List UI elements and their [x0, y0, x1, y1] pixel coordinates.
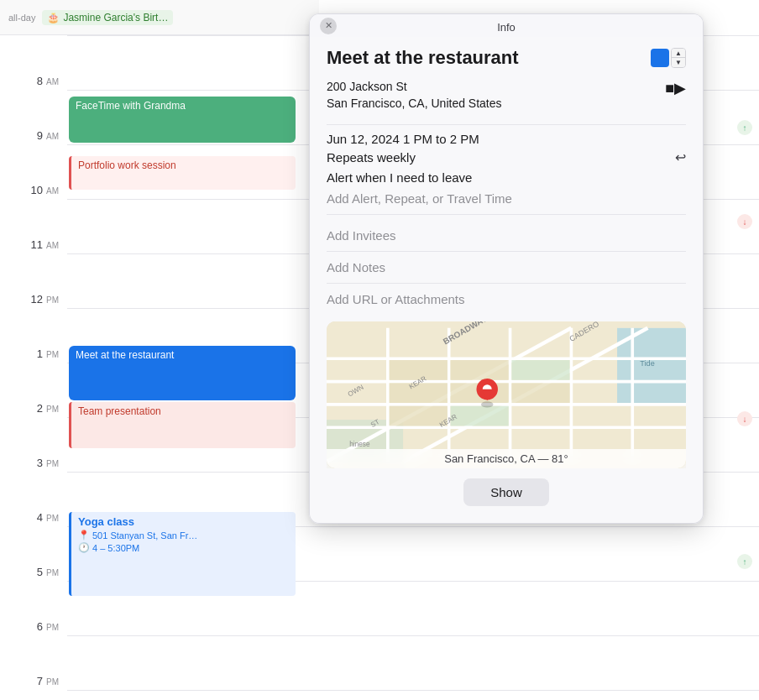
time-label-4pm: 4 PM [0, 512, 67, 523]
hour-line-7pm [67, 690, 759, 691]
clock-icon: 🕐 [78, 542, 90, 553]
stepper-down-button[interactable]: ▼ [672, 58, 685, 67]
map-label-bar: San Francisco, CA — 81° [327, 449, 686, 468]
close-icon: ✕ [325, 20, 332, 31]
color-stepper[interactable]: ▲ ▼ [671, 48, 686, 68]
scroll-indicator-3: ↓ [737, 411, 752, 426]
scroll-indicator-1: ↑ [737, 120, 752, 135]
event-yoga-time: 🕐 4 – 5:30PM [78, 542, 289, 553]
time-label-3pm: 3 PM [0, 457, 67, 468]
svg-text:Tide: Tide [640, 359, 654, 368]
event-portfolio-title: Portfolio work session [78, 159, 176, 171]
event-yoga-location: 📍 501 Stanyan St, San Fr… [78, 530, 289, 541]
svg-point-29 [481, 401, 494, 407]
map-container[interactable]: BROADWAY CADERO OWN ST KEAR KEAR Tide hi… [327, 321, 686, 468]
alert-row: Alert when I need to leave [327, 170, 686, 185]
color-swatch[interactable] [651, 49, 669, 67]
popup-event-title: Meet at the restaurant [327, 47, 519, 69]
map-location-label: San Francisco, CA — 81° [444, 452, 568, 465]
video-camera-icon: ■▶ [665, 79, 686, 97]
svg-rect-15 [451, 360, 509, 380]
popup-header: ✕ Info [310, 14, 703, 37]
svg-rect-16 [511, 360, 569, 380]
color-picker[interactable]: ▲ ▼ [651, 48, 686, 68]
time-label-5pm: 5 PM [0, 567, 67, 577]
time-label-12pm: 12 PM [0, 294, 67, 305]
location-line1: 200 Jackson St [327, 79, 502, 96]
popup-body: Meet at the restaurant ▲ ▼ 200 Jackson S… [310, 37, 703, 523]
add-notes-row[interactable]: Add Notes [327, 251, 686, 283]
event-yoga-title: Yoga class [78, 515, 289, 528]
event-team[interactable]: Team presentation [69, 402, 296, 448]
location-icon: 📍 [78, 530, 90, 541]
svg-rect-14 [390, 360, 448, 380]
allday-row: all-day 🎂 Jasmine Garcia's Birt… [0, 0, 319, 35]
location-row: 200 Jackson St San Francisco, CA, United… [327, 79, 686, 112]
time-label-2pm: 2 PM [0, 403, 67, 414]
event-restaurant-title: Meet at the restaurant [76, 349, 174, 361]
close-button[interactable]: ✕ [320, 18, 337, 34]
location-line2: San Francisco, CA, United States [327, 96, 502, 112]
time-label-10am: 10 AM [0, 185, 67, 196]
event-yoga[interactable]: Yoga class 📍 501 Stanyan St, San Fr… 🕐 4… [69, 512, 296, 596]
svg-text:hinese: hinese [349, 441, 370, 448]
repeat-row: Repeats weekly ↩ [327, 149, 686, 165]
info-popup: ✕ Info Meet at the restaurant ▲ ▼ 200 Ja… [309, 13, 704, 524]
event-team-title: Team presentation [78, 405, 161, 417]
scroll-indicator-2: ↓ [737, 214, 752, 229]
add-invitees-row[interactable]: Add Invitees [327, 220, 686, 251]
hour-line-6pm [67, 635, 759, 636]
time-label-7pm: 7 PM [0, 676, 67, 687]
map-svg: BROADWAY CADERO OWN ST KEAR KEAR Tide hi… [327, 321, 686, 468]
location-text: 200 Jackson St San Francisco, CA, United… [327, 79, 502, 112]
stepper-up-button[interactable]: ▲ [672, 49, 685, 58]
event-facetime[interactable]: FaceTime with Grandma [69, 97, 296, 143]
event-title-row: Meet at the restaurant ▲ ▼ [327, 47, 686, 69]
section-divider-1 [327, 214, 686, 215]
time-label-11am: 11 AM [0, 239, 67, 250]
add-alert-row[interactable]: Add Alert, Repeat, or Travel Time [327, 188, 686, 209]
event-restaurant[interactable]: Meet at the restaurant [69, 346, 296, 400]
time-label-8am: 8 AM [0, 76, 67, 86]
time-label-6pm: 6 PM [0, 621, 67, 632]
show-button[interactable]: Show [463, 478, 549, 506]
time-label-9am: 9 AM [0, 130, 67, 141]
date-row: Jun 12, 2024 1 PM to 2 PM [327, 132, 686, 146]
allday-event-jasmine[interactable]: 🎂 Jasmine Garcia's Birt… [42, 10, 173, 25]
repeat-text: Repeats weekly [327, 150, 416, 165]
event-portfolio[interactable]: Portfolio work session [69, 156, 296, 190]
repeat-icon: ↩ [675, 149, 686, 165]
svg-rect-19 [511, 383, 569, 403]
divider-1 [327, 124, 686, 125]
allday-label: all-day [0, 13, 42, 23]
birthday-icon: 🎂 [47, 12, 60, 24]
time-label-1pm: 1 PM [0, 348, 67, 359]
popup-title-bar: Info [497, 21, 516, 34]
allday-event-text: Jasmine Garcia's Birt… [63, 12, 168, 24]
add-url-row[interactable]: Add URL or Attachments [327, 283, 686, 315]
scroll-indicator-4: ↑ [737, 554, 752, 569]
svg-rect-21 [451, 405, 509, 426]
map-visual: BROADWAY CADERO OWN ST KEAR KEAR Tide hi… [327, 321, 686, 468]
event-facetime-title: FaceTime with Grandma [76, 100, 186, 112]
